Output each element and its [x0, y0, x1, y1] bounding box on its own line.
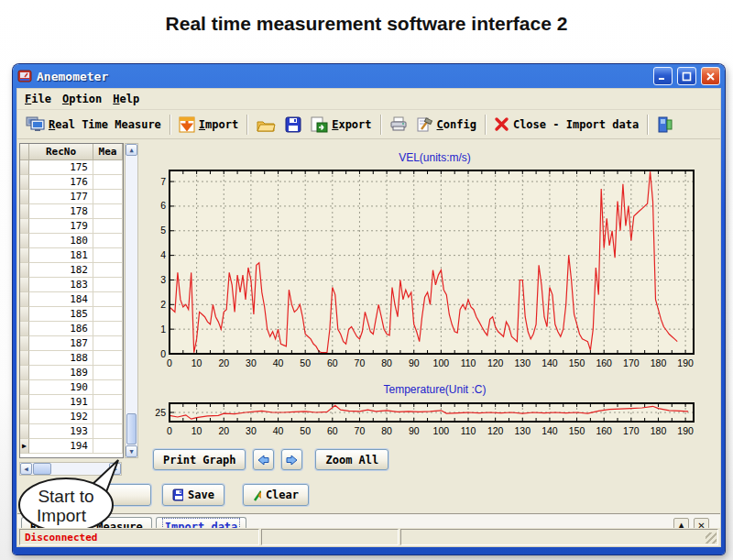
table-row[interactable]: 189: [20, 366, 123, 380]
recno-cell[interactable]: 178: [29, 204, 93, 219]
table-row[interactable]: 181: [20, 248, 123, 263]
table-row[interactable]: 184: [20, 292, 123, 307]
zoom-all-button[interactable]: Zoom All: [315, 449, 388, 470]
table-row[interactable]: 177: [20, 190, 123, 204]
resize-grip[interactable]: [706, 533, 717, 544]
recno-cell[interactable]: 179: [29, 219, 93, 234]
recno-cell[interactable]: 194: [29, 439, 93, 454]
recno-cell[interactable]: 184: [29, 292, 93, 307]
exit-button[interactable]: [651, 115, 678, 135]
recno-cell[interactable]: 182: [29, 263, 93, 278]
open-button[interactable]: [251, 115, 280, 135]
mea-cell[interactable]: [93, 190, 123, 204]
recno-cell[interactable]: 187: [29, 336, 93, 351]
config-button[interactable]: Config: [412, 115, 481, 135]
recno-cell[interactable]: 191: [29, 395, 93, 410]
table-row[interactable]: 178: [20, 204, 123, 219]
mea-cell[interactable]: [93, 410, 123, 424]
maximize-button[interactable]: [677, 67, 696, 85]
mea-cell[interactable]: [93, 278, 123, 292]
real-time-measure-button[interactable]: Real Time Measure: [21, 115, 166, 134]
table-row[interactable]: 188: [20, 351, 123, 366]
save-button[interactable]: Save: [162, 484, 224, 506]
recno-cell[interactable]: 193: [29, 424, 93, 439]
close-button[interactable]: [701, 67, 720, 85]
recno-cell[interactable]: 192: [29, 410, 93, 424]
row-selector-cell[interactable]: [20, 219, 29, 234]
row-selector-cell[interactable]: [20, 248, 29, 263]
table-row[interactable]: 192: [20, 410, 123, 424]
clear-button[interactable]: Clear: [243, 484, 309, 506]
row-selector-cell[interactable]: [20, 292, 29, 307]
row-selector-cell[interactable]: [20, 234, 29, 248]
import-button[interactable]: Import: [174, 115, 243, 135]
table-row[interactable]: 180: [20, 234, 123, 248]
row-selector-cell[interactable]: [20, 263, 29, 278]
mea-cell[interactable]: [93, 439, 123, 454]
scroll-up-button[interactable]: ▲: [126, 144, 137, 156]
table-row[interactable]: 187: [20, 336, 123, 351]
row-selector-cell[interactable]: [20, 322, 29, 336]
mea-cell[interactable]: [93, 307, 123, 322]
row-selector-cell[interactable]: [20, 351, 29, 366]
menu-file[interactable]: File: [21, 91, 59, 107]
recno-cell[interactable]: 185: [29, 307, 93, 322]
mea-cell[interactable]: [93, 248, 123, 263]
next-button[interactable]: [281, 449, 302, 470]
row-selector-cell[interactable]: [20, 380, 29, 395]
row-selector-cell[interactable]: ▶: [20, 439, 29, 454]
row-selector-cell[interactable]: [20, 410, 29, 424]
save-file-button[interactable]: [280, 115, 306, 135]
recno-cell[interactable]: 177: [29, 190, 93, 204]
recno-cell[interactable]: 175: [29, 160, 93, 175]
table-row[interactable]: 175: [20, 160, 123, 175]
recno-cell[interactable]: 189: [29, 366, 93, 380]
row-selector-cell[interactable]: [20, 336, 29, 351]
panel-close-button[interactable]: ✕: [694, 518, 709, 528]
minimize-button[interactable]: [653, 67, 673, 85]
row-selector-cell[interactable]: [20, 175, 29, 190]
row-selector-cell[interactable]: [20, 160, 29, 175]
row-selector-cell[interactable]: [20, 395, 29, 410]
vertical-scroll-thumb[interactable]: [126, 413, 137, 445]
mea-cell[interactable]: [93, 204, 123, 219]
recno-cell[interactable]: 181: [29, 248, 93, 263]
header-mea[interactable]: Mea: [93, 144, 123, 160]
table-row[interactable]: 191: [20, 395, 123, 410]
mea-cell[interactable]: [93, 175, 123, 190]
mea-cell[interactable]: [93, 263, 123, 278]
panel-collapse-button[interactable]: ▲: [673, 518, 689, 528]
mea-cell[interactable]: [93, 292, 123, 307]
mea-cell[interactable]: [93, 160, 123, 175]
export-button[interactable]: Export: [306, 115, 376, 135]
mea-cell[interactable]: [93, 424, 123, 439]
mea-cell[interactable]: [93, 219, 123, 234]
table-row[interactable]: ▶194: [20, 439, 123, 454]
recno-cell[interactable]: 176: [29, 175, 93, 190]
row-selector-cell[interactable]: [20, 204, 29, 219]
prev-button[interactable]: [253, 449, 274, 470]
table-row[interactable]: 193: [20, 424, 123, 439]
mea-cell[interactable]: [93, 395, 123, 410]
print-graph-button[interactable]: Print Graph: [153, 449, 246, 470]
row-selector-cell[interactable]: [20, 366, 29, 380]
table-row[interactable]: 182: [20, 263, 123, 278]
header-recno[interactable]: RecNo: [29, 144, 93, 160]
recno-cell[interactable]: 190: [29, 380, 93, 395]
mea-cell[interactable]: [93, 322, 123, 336]
table-row[interactable]: 186: [20, 322, 123, 336]
row-selector-cell[interactable]: [20, 307, 29, 322]
close-import-data-button[interactable]: Close - Import data: [489, 115, 643, 134]
recno-cell[interactable]: 183: [29, 278, 93, 292]
table-row[interactable]: 185: [20, 307, 123, 322]
mea-cell[interactable]: [93, 351, 123, 366]
menu-option[interactable]: Option: [59, 91, 109, 107]
table-row[interactable]: 176: [20, 175, 123, 190]
table-vertical-scrollbar[interactable]: ▲ ▼: [125, 143, 138, 458]
row-selector-cell[interactable]: [20, 190, 29, 204]
recno-cell[interactable]: 180: [29, 234, 93, 248]
row-selector-cell[interactable]: [20, 424, 29, 439]
recno-cell[interactable]: 186: [29, 322, 93, 336]
row-selector-cell[interactable]: [20, 278, 29, 292]
table-row[interactable]: 183: [20, 278, 123, 292]
